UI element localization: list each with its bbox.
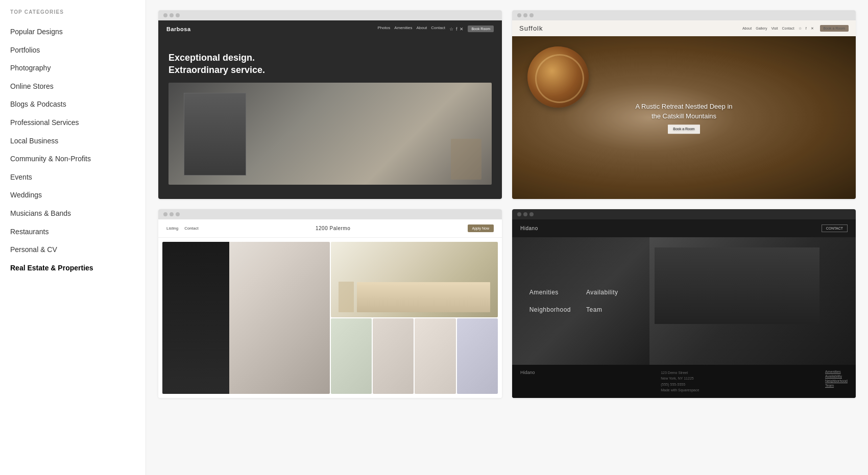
suffolk-hero-text: A Rustic Retreat Nestled Deep in the Cat… (633, 102, 735, 134)
suffolk-nav-contact: Contact (782, 27, 794, 30)
suffolk-background: A Rustic Retreat Nestled Deep in the Cat… (512, 36, 856, 199)
sidebar-item-community-nonprofits[interactable]: Community & Non-Profits (10, 150, 135, 168)
suffolk-cta-btn[interactable]: Book a Room (668, 124, 700, 134)
hidano-footer-address: 123 Demo StreetNew York, NY 11225 (661, 370, 699, 381)
barbosa-instagram-icon: ☆ (449, 27, 453, 32)
hidano-footer-link-amenities[interactable]: Amenities (825, 370, 848, 373)
hidano-kitchen-image (649, 237, 856, 365)
barbosa-room-image (168, 83, 492, 185)
barbosa-twitter-icon: ✕ (460, 27, 464, 32)
palermo-apply-btn[interactable]: Apply Now (468, 224, 494, 232)
hidano-menu-amenities: Amenities (529, 289, 571, 296)
sidebar-item-musicians-bands[interactable]: Musicians & Bands (10, 205, 135, 223)
hidano-preview: Hidano CONTACT Amenities Availability Ne… (512, 219, 856, 398)
barbosa-social-icons: ☆ f ✕ (449, 26, 464, 32)
hidano-footer-logo: Hidano (520, 370, 535, 375)
suffolk-nav-links: About Gallery Visit Contact ☆ f ✕ Book a… (742, 25, 849, 32)
dot-2 (170, 13, 174, 17)
card-header-palermo (158, 209, 502, 219)
dot-2 (170, 212, 174, 216)
suffolk-nav-about: About (742, 27, 752, 30)
sidebar: TOP CATEGORIES Popular Designs Portfolio… (0, 0, 146, 475)
card-header-suffolk (512, 10, 856, 20)
sidebar-header: TOP CATEGORIES (10, 9, 135, 15)
sidebar-item-events[interactable]: Events (10, 168, 135, 187)
suffolk-preview: Suffolk About Gallery Visit Contact ☆ f … (512, 20, 856, 199)
sidebar-item-photography[interactable]: Photography (10, 59, 135, 78)
palermo-thumb-1 (331, 318, 372, 394)
main-content: Barbosa Photos Amenities About Contact ☆… (146, 0, 868, 475)
hidano-footer-phone: (555) 555-5555 (661, 382, 699, 387)
sidebar-item-professional-services[interactable]: Professional Services (10, 114, 135, 132)
barbosa-nav-about: About (416, 26, 427, 32)
hidano-menu-team: Team (586, 306, 628, 313)
sidebar-item-personal-cv[interactable]: Personal & CV (10, 241, 135, 259)
palermo-nav: Listing Contact 1200 Palermo Apply Now (158, 219, 502, 238)
barbosa-nav-links: Photos Amenities About Contact ☆ f ✕ Boo… (377, 26, 494, 32)
palermo-main-image (162, 242, 330, 394)
barbosa-nav-contact: Contact (431, 26, 445, 32)
palermo-thumb-4 (457, 318, 498, 394)
hidano-menu: Amenities Availability Neighborhood Team (529, 289, 628, 313)
sidebar-item-portfolios[interactable]: Portfolios (10, 41, 135, 60)
sidebar-item-blogs-podcasts[interactable]: Blogs & Podcasts (10, 95, 135, 114)
hidano-footer-made: Made with Squarespace (661, 387, 699, 393)
hidano-footer: Hidano 123 Demo StreetNew York, NY 11225… (512, 365, 856, 398)
suffolk-facebook-icon: f (806, 27, 807, 30)
templates-grid: Barbosa Photos Amenities About Contact ☆… (158, 10, 856, 398)
hidano-menu-neighborhood: Neighborhood (529, 306, 571, 313)
barbosa-nav-amenities: Amenities (394, 26, 412, 32)
dot-3 (176, 13, 180, 17)
palermo-thumb-2 (373, 318, 414, 394)
barbosa-hero-line2: Extraordinary service. (168, 65, 265, 75)
suffolk-nav-visit: Visit (771, 27, 778, 30)
sidebar-item-real-estate[interactable]: Real Estate & Properties (10, 259, 135, 278)
palermo-nav-listing: Listing (166, 226, 178, 231)
suffolk-book-btn[interactable]: Book a Room (820, 25, 849, 32)
suffolk-coffee-image (527, 46, 589, 108)
palermo-preview: Listing Contact 1200 Palermo Apply Now (158, 219, 502, 398)
sidebar-item-weddings[interactable]: Weddings (10, 186, 135, 205)
hidano-nav: Hidano CONTACT (512, 219, 856, 237)
hidano-footer-link-availability[interactable]: Availability (825, 374, 848, 378)
suffolk-hero: A Rustic Retreat Nestled Deep in the Cat… (512, 36, 856, 199)
suffolk-instagram-icon: ☆ (799, 27, 802, 31)
template-card-barbosa[interactable]: Barbosa Photos Amenities About Contact ☆… (158, 10, 502, 199)
sidebar-item-local-business[interactable]: Local Business (10, 132, 135, 151)
hidano-footer-link-neighborhood[interactable]: Neighborhood (825, 379, 848, 383)
palermo-logo: 1200 Palermo (316, 226, 350, 231)
hidano-footer-link-team[interactable]: Team (825, 384, 848, 387)
barbosa-logo: Barbosa (166, 26, 191, 32)
suffolk-logo: Suffolk (519, 24, 543, 32)
sidebar-item-popular-designs[interactable]: Popular Designs (10, 23, 135, 41)
template-card-suffolk[interactable]: Suffolk About Gallery Visit Contact ☆ f … (512, 10, 856, 199)
palermo-nav-left: Listing Contact (166, 226, 199, 231)
palermo-thumb-3 (415, 318, 455, 394)
barbosa-hero-text: Exceptional design. Extraordinary servic… (168, 52, 492, 77)
hidano-footer-info: 123 Demo StreetNew York, NY 11225 (555) … (661, 370, 699, 393)
dot-1 (517, 13, 521, 17)
hidano-logo: Hidano (520, 226, 538, 231)
template-card-palermo[interactable]: Listing Contact 1200 Palermo Apply Now (158, 209, 502, 398)
sidebar-item-online-stores[interactable]: Online Stores (10, 78, 135, 96)
barbosa-hero-line1: Exceptional design. (168, 53, 255, 63)
dot-3 (176, 212, 180, 216)
barbosa-nav-photos: Photos (377, 26, 390, 32)
template-card-hidano[interactable]: Hidano CONTACT Amenities Availability Ne… (512, 209, 856, 398)
sidebar-item-restaurants[interactable]: Restaurants (10, 223, 135, 241)
hidano-hero: Amenities Availability Neighborhood Team (512, 237, 856, 365)
dot-1 (163, 212, 167, 216)
hidano-footer-links: Amenities Availability Neighborhood Team (825, 370, 848, 387)
dot-1 (163, 13, 167, 17)
hidano-contact-btn[interactable]: CONTACT (822, 224, 848, 232)
hidano-menu-availability: Availability (586, 289, 628, 296)
suffolk-nav: Suffolk About Gallery Visit Contact ☆ f … (512, 20, 856, 36)
dot-1 (517, 212, 521, 216)
suffolk-nav-gallery: Gallery (756, 27, 767, 30)
palermo-thumbnail-row (331, 318, 498, 394)
palermo-gallery (158, 238, 502, 398)
barbosa-facebook-icon: f (456, 27, 457, 32)
dot-3 (529, 13, 534, 17)
barbosa-book-btn[interactable]: Book Room (468, 26, 494, 32)
palermo-kitchen-image (331, 242, 498, 317)
